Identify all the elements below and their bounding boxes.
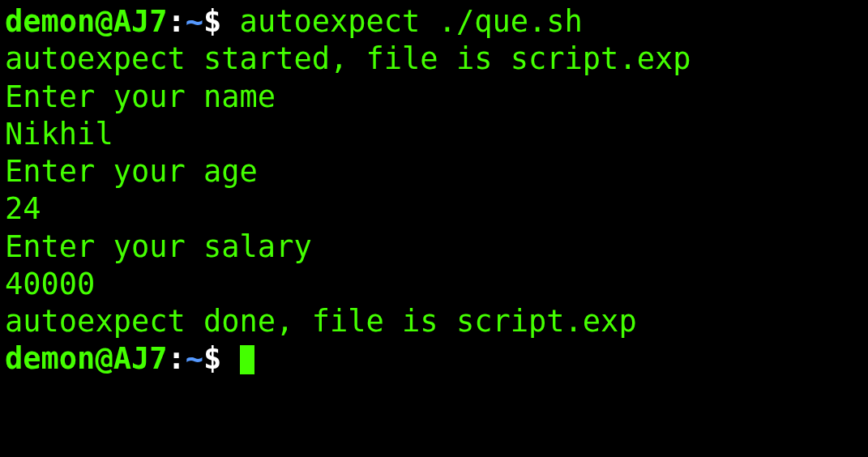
prompt-line-2[interactable]: demon@AJ7:~$ (5, 340, 863, 378)
prompt-user-host: demon@AJ7 (5, 4, 167, 39)
prompt-colon: : (167, 4, 185, 39)
command-text: autoexpect ./que.sh (240, 4, 583, 39)
prompt-path: ~ (186, 4, 203, 39)
output-line: Enter your salary (5, 228, 863, 266)
output-line: autoexpect done, file is script.exp (5, 303, 863, 340)
terminal-window[interactable]: demon@AJ7:~$ autoexpect ./que.sh autoexp… (5, 3, 863, 378)
output-line: 24 (5, 190, 863, 228)
prompt-dollar: $ (203, 4, 240, 39)
output-line: Nikhil (5, 116, 863, 153)
prompt-path: ~ (186, 341, 203, 376)
output-line: 40000 (5, 266, 863, 303)
prompt-line-1: demon@AJ7:~$ autoexpect ./que.sh (5, 3, 863, 41)
output-line: autoexpect started, file is script.exp (5, 41, 863, 78)
cursor-block (240, 345, 254, 374)
prompt-colon: : (167, 341, 185, 376)
output-line: Enter your name (5, 79, 863, 116)
output-line: Enter your age (5, 153, 863, 190)
prompt-user-host: demon@AJ7 (5, 341, 167, 376)
prompt-dollar: $ (203, 341, 240, 376)
